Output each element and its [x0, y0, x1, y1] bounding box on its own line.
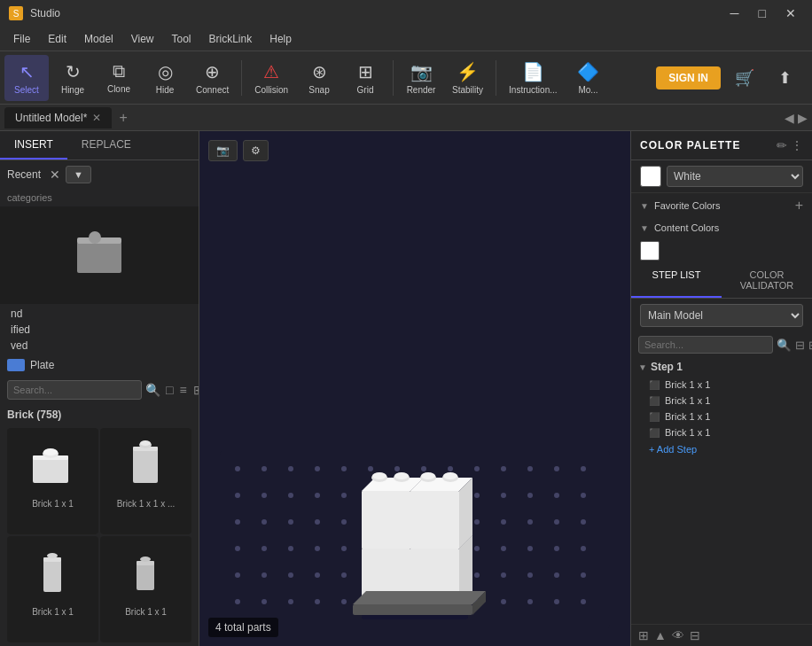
step-filter-button[interactable]: ⊟	[795, 339, 805, 352]
tab-insert[interactable]: INSERT	[0, 131, 67, 160]
tool-render[interactable]: 📷 Render	[399, 55, 443, 101]
select-icon: ↖	[20, 61, 35, 82]
brick-item-slim[interactable]: Brick 1 x 1	[100, 536, 191, 642]
filter-nd[interactable]: nd	[7, 306, 191, 322]
menu-tool[interactable]: Tool	[163, 29, 200, 49]
file-tab[interactable]: Untitled Model* ✕	[4, 107, 112, 128]
svg-point-100	[554, 599, 559, 604]
tool-grid[interactable]: ⊞ Grid	[343, 55, 387, 101]
search-input[interactable]	[7, 380, 142, 400]
render-icon: 📷	[410, 61, 433, 82]
scene-container: // This will be rendered as static SVG c…	[199, 131, 630, 646]
search-button[interactable]: 🔍	[145, 383, 160, 397]
tab-color-validator[interactable]: COLOR VALIDATOR	[722, 264, 812, 298]
view-square-button[interactable]: □	[164, 381, 175, 399]
tool-instruction[interactable]: 📄 Instruction...	[502, 55, 564, 101]
svg-point-83	[474, 572, 480, 578]
step-search-row: 🔍 ⊟ ⊞	[631, 332, 812, 357]
svg-point-18	[235, 466, 240, 471]
step-item-4[interactable]: ⬛ Brick 1 x 1	[631, 424, 812, 440]
step-item-2[interactable]: ⬛ Brick 1 x 1	[631, 393, 812, 409]
connect-label: Connect	[196, 85, 229, 95]
viewport[interactable]: 📷 ⚙ // This will be rendered as static S…	[199, 131, 630, 646]
favorite-colors-header[interactable]: ▼ Favorite Colors +	[631, 193, 812, 218]
color-dropdown[interactable]: White	[667, 166, 803, 187]
signin-button[interactable]: SIGN IN	[656, 66, 721, 90]
brick-item-1x1[interactable]: Brick 1 x 1	[7, 428, 98, 534]
content-colors-header[interactable]: ▼ Content Colors	[631, 218, 812, 237]
brick-icon-4: ⬛	[649, 428, 660, 438]
filter-ified[interactable]: ified	[7, 322, 191, 338]
view-control-3[interactable]: 👁	[672, 628, 684, 642]
step-item-3[interactable]: ⬛ Brick 1 x 1	[631, 409, 812, 424]
model-select-row: Main Model	[631, 299, 812, 332]
content-color-swatch[interactable]	[640, 241, 660, 261]
tab-close-icon[interactable]: ✕	[92, 112, 101, 124]
tab-step-list[interactable]: STEP LIST	[631, 264, 722, 298]
svg-point-44	[554, 493, 559, 498]
step-item-3-name: Brick 1 x 1	[665, 411, 710, 422]
tool-hinge[interactable]: ↻ Hinge	[51, 55, 95, 101]
snap-icon: ⊛	[312, 61, 327, 82]
tool-model[interactable]: 🔷 Mo...	[566, 55, 611, 101]
collision-icon: ⚠	[263, 61, 279, 82]
maximize-button[interactable]: □	[752, 4, 773, 22]
tool-select[interactable]: ↖ Select	[4, 55, 49, 101]
step-search-button[interactable]: 🔍	[777, 339, 792, 352]
view-grid-button[interactable]: ⊞	[191, 381, 199, 399]
menu-view[interactable]: View	[122, 29, 163, 49]
view-control-4[interactable]: ⊟	[690, 628, 700, 642]
nav-left-button[interactable]: ◀	[785, 111, 794, 125]
svg-point-59	[581, 519, 586, 525]
svg-point-45	[581, 493, 586, 498]
step-options-button[interactable]: ⊞	[808, 339, 812, 352]
tab-replace[interactable]: REPLACE	[67, 131, 145, 160]
step-1-header[interactable]: ▼ Step 1	[631, 357, 812, 377]
brick-1x1-tall-label: Brick 1 x 1 x ...	[117, 499, 176, 509]
minimize-button[interactable]: ─	[723, 4, 746, 22]
model-dropdown[interactable]: Main Model	[640, 304, 803, 327]
palette-title: COLOR PALETTE	[640, 139, 740, 152]
palette-header: COLOR PALETTE ✏ ⋮	[631, 131, 812, 160]
close-button[interactable]: ✕	[778, 4, 803, 22]
palette-edit-button[interactable]: ✏	[777, 138, 787, 152]
categories-dropdown[interactable]: ▼	[66, 166, 91, 183]
view-control-1[interactable]: ⊞	[638, 628, 649, 642]
view-list-button[interactable]: ≡	[177, 381, 188, 399]
svg-point-92	[341, 599, 347, 604]
menu-edit[interactable]: Edit	[39, 29, 75, 49]
hide-label: Hide	[156, 85, 175, 95]
brick-item-1x1-tall[interactable]: Brick 1 x 1 x ...	[100, 428, 191, 534]
palette-menu-button[interactable]: ⋮	[791, 138, 803, 152]
tool-stability[interactable]: ⚡ Stability	[445, 55, 490, 101]
tool-collision[interactable]: ⚠ Collision	[247, 55, 295, 101]
tool-connect[interactable]: ⊕ Connect	[189, 55, 236, 101]
tool-clone[interactable]: ⧉ Clone	[97, 55, 141, 101]
tool-snap[interactable]: ⊛ Snap	[297, 55, 341, 101]
step-search-input[interactable]	[638, 336, 773, 354]
cart-button[interactable]: 🛒	[728, 55, 761, 101]
view-control-2[interactable]: ▲	[654, 628, 667, 642]
collision-label: Collision	[254, 85, 288, 95]
nav-right-button[interactable]: ▶	[798, 111, 808, 125]
svg-point-27	[474, 466, 480, 471]
add-step-button[interactable]: + Add Step	[631, 440, 812, 458]
tool-hide[interactable]: ◎ Hide	[143, 55, 187, 101]
menu-model[interactable]: Model	[75, 29, 122, 49]
menu-help[interactable]: Help	[261, 29, 301, 49]
filter-ved[interactable]: ved	[7, 338, 191, 354]
step-item-1[interactable]: ⬛ Brick 1 x 1	[631, 377, 812, 393]
tab-add-button[interactable]: +	[112, 105, 134, 130]
add-favorite-button[interactable]: +	[795, 198, 803, 214]
brick-item-col[interactable]: Brick 1 x 1	[7, 536, 98, 642]
menu-bricklink[interactable]: BrickLink	[200, 29, 262, 49]
svg-marker-132	[353, 591, 486, 604]
brick-col-label: Brick 1 x 1	[32, 607, 74, 617]
toolbar: ↖ Select ↻ Hinge ⧉ Clone ◎ Hide ⊕ Connec…	[0, 51, 812, 105]
plate-category-item[interactable]: Plate	[0, 355, 199, 375]
grid-floor: // This will be rendered as static SVG c…	[220, 451, 610, 628]
upload-button[interactable]: ⬆	[769, 55, 800, 101]
menu-file[interactable]: File	[4, 29, 39, 49]
hinge-icon: ↻	[66, 61, 81, 82]
recent-close-button[interactable]: ✕	[50, 167, 60, 182]
